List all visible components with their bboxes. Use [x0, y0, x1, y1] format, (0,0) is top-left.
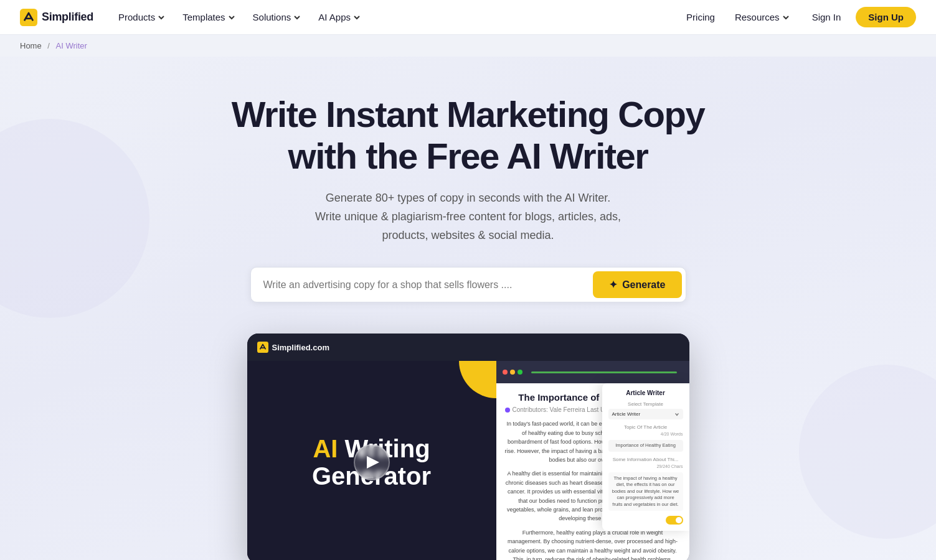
breadcrumb-current: AI Writer: [56, 41, 87, 50]
toolbar-dot-green: [518, 370, 522, 375]
video-logo-icon: [257, 342, 268, 353]
generate-icon: ✦: [609, 279, 617, 291]
hero-input-wrap: ✦ Generate: [250, 267, 686, 302]
writer-toggle-row: [608, 516, 683, 525]
writer-info-counter: 29/240 Chars: [608, 464, 683, 469]
video-content: AI Writing Generator: [247, 361, 689, 560]
writer-topic-label: Topic Of The Article: [608, 424, 683, 430]
nav-right: Pricing Resources Sign In Sign Up: [679, 7, 916, 27]
logo[interactable]: Simplified: [20, 9, 93, 26]
play-button[interactable]: [354, 444, 390, 480]
svg-rect-1: [257, 342, 268, 353]
nav-signup-button[interactable]: Sign Up: [856, 7, 916, 27]
svg-rect-0: [20, 9, 37, 26]
nav-resources[interactable]: Resources: [727, 8, 797, 26]
nav-templates[interactable]: Templates: [175, 8, 242, 26]
hero-input-row: ✦ Generate: [12, 267, 924, 302]
writer-select-label: Select Template: [608, 401, 683, 407]
writer-panel-title: Article Writer: [608, 390, 683, 396]
writer-select-chevron-icon: [674, 412, 679, 417]
video-topbar: Simplified.com: [247, 334, 689, 361]
writer-select[interactable]: Article Writer: [608, 409, 683, 419]
breadcrumb-separator: /: [47, 41, 50, 50]
video-left-panel: AI Writing Generator: [247, 361, 496, 560]
hero-title: Write Instant Marketing Copy with the Fr…: [225, 94, 711, 177]
logo-icon: [20, 9, 37, 26]
writer-info-label: Some Information About Thi...: [608, 457, 683, 462]
video-logo: Simplified.com: [257, 342, 329, 353]
products-chevron-icon: [158, 14, 165, 21]
ai-apps-chevron-icon: [353, 14, 361, 21]
writer-info-field: The impact of having a healthy diet, the…: [608, 472, 683, 511]
templates-chevron-icon: [228, 14, 235, 21]
ai-text-ai: AI: [313, 435, 338, 462]
play-icon: [367, 456, 379, 469]
solutions-chevron-icon: [293, 14, 301, 21]
video-right-panel: The Importance of Healthy Eating Contrib…: [496, 361, 689, 560]
hero-search-input[interactable]: [251, 271, 590, 299]
nav-solutions[interactable]: Solutions: [245, 8, 309, 26]
yellow-accent: [459, 361, 496, 398]
nav-signin[interactable]: Sign In: [802, 8, 851, 26]
hero-subtitle: Generate 80+ types of copy in seconds wi…: [294, 189, 643, 245]
logo-text: Simplified: [42, 11, 93, 24]
video-section: Simplified.com AI Writing Generator: [12, 334, 924, 560]
editor-meta-dot: [505, 408, 510, 413]
editor-toolbar: [496, 361, 689, 383]
hero-section: Write Instant Marketing Copy with the Fr…: [0, 57, 936, 560]
breadcrumb-home[interactable]: Home: [20, 41, 42, 50]
resources-chevron-icon: [782, 14, 790, 21]
toolbar-dot-red: [503, 370, 508, 375]
generate-label: Generate: [622, 279, 665, 291]
toolbar-progress-bar: [531, 371, 677, 373]
writer-panel: Article Writer Select Template Article W…: [602, 383, 689, 531]
video-thumbnail[interactable]: Simplified.com AI Writing Generator: [247, 334, 689, 560]
nav-pricing[interactable]: Pricing: [679, 8, 722, 26]
writer-topic-counter: 4/20 Words: [608, 432, 683, 436]
toolbar-dot-yellow: [510, 370, 515, 375]
editor-para-3: Furthermore, healthy eating plays a cruc…: [505, 528, 681, 560]
nav-ai-apps[interactable]: AI Apps: [311, 8, 368, 26]
navigation: Simplified Products Templates Solutions …: [0, 0, 936, 35]
breadcrumb: Home / AI Writer: [0, 35, 936, 57]
advanced-options-toggle[interactable]: [666, 516, 683, 525]
generate-button[interactable]: ✦ Generate: [593, 271, 681, 298]
nav-links: Products Templates Solutions AI Apps: [111, 8, 679, 26]
nav-products[interactable]: Products: [111, 8, 173, 26]
writer-topic-field: Importance of Healthy Eating: [608, 440, 683, 452]
